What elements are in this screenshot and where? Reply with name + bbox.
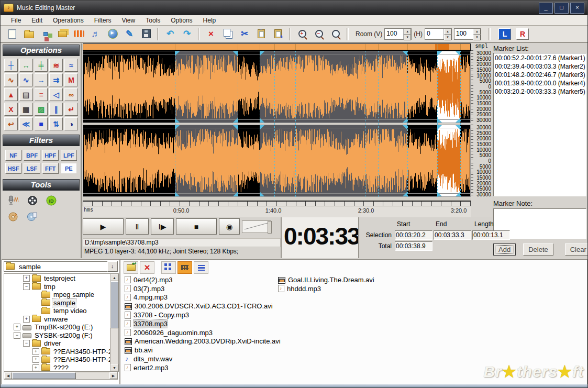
marker-list-item[interactable]: 00:01:48.2-00:02:46.7 (Marker3)	[494, 71, 586, 79]
op-balance-button[interactable]: ◑	[64, 117, 78, 130]
cd-rip-tool-button[interactable]: ♪	[8, 212, 19, 223]
left-channel-button[interactable]: L	[498, 28, 511, 40]
tree-item[interactable]: −tmp	[4, 283, 110, 291]
file-item[interactable]: American.Wedding.2003.DVDRip.XviD-incite…	[125, 337, 278, 346]
timeline-ruler[interactable]: hms 0:50.01:40.02:30.03:20.0	[83, 201, 471, 217]
file-item[interactable]: 20060926_daguomin.mp3	[125, 328, 278, 337]
zoom-select-button[interactable]	[328, 27, 343, 41]
scrollbar-thumb[interactable]	[110, 281, 118, 328]
redo-button[interactable]: ↷	[179, 27, 195, 41]
open-folder-button[interactable]	[124, 261, 138, 274]
marker-list-item[interactable]: 00:03:20.2-00:03:33.3 (Marker5)	[494, 87, 586, 96]
spinner-arrows-icon[interactable]: ▲▼	[403, 29, 411, 39]
combo-dropdown-button[interactable]: ↓	[107, 261, 117, 272]
tree-expander-icon[interactable]: +	[32, 348, 39, 355]
menu-tools[interactable]: Tools	[140, 16, 165, 25]
edit-button[interactable]: ✎	[121, 27, 137, 41]
operations-panel-header[interactable]: Operations	[3, 45, 80, 56]
scroll-right-icon[interactable]: ▶	[109, 372, 117, 379]
paste-insert-button[interactable]	[270, 27, 286, 41]
new-file-button[interactable]	[4, 27, 20, 41]
op-move-forward-button[interactable]: ⇉	[49, 73, 63, 86]
zoom-out-button[interactable]: −	[311, 27, 327, 41]
op-cross-mix-button[interactable]: X	[4, 103, 18, 116]
op-smooth-button[interactable]: ≈	[64, 59, 78, 72]
tree-item[interactable]: +TmpBK-st200g (E:)	[4, 323, 110, 331]
filter-pe-button[interactable]: PE	[61, 163, 77, 174]
op-pattern-button[interactable]: ▨	[35, 103, 48, 116]
folder-combo[interactable]: sample ↓	[4, 261, 118, 272]
file-item[interactable]: 4.mpg.mp3	[125, 293, 278, 302]
menu-options[interactable]: Options	[165, 16, 197, 25]
tree-item[interactable]: +??EAH3450-HTP-2	[4, 348, 110, 356]
op-normalize-button[interactable]: ▲	[4, 88, 18, 101]
cut-button[interactable]: ✂	[237, 27, 252, 41]
file-item[interactable]: Goal.II.Living.The.Dream.avi	[278, 275, 587, 284]
tree-item[interactable]: −SYSBK-st200g (F:)	[4, 331, 110, 340]
tree-item[interactable]: −driver	[4, 339, 110, 348]
room-v-spinner[interactable]: 100 ▲▼	[384, 28, 412, 40]
room-h2-spinner[interactable]: 100 ▲▼	[454, 28, 481, 40]
file-item[interactable]: dlts_mtv.wav	[125, 354, 278, 363]
file-item[interactable]: 03(7).mp3	[125, 284, 278, 293]
op-swap-channels-button[interactable]: ⇅	[49, 117, 63, 130]
menu-help[interactable]: Help	[198, 16, 221, 25]
op-shift-right-button[interactable]: →	[35, 73, 48, 86]
op-phase-button[interactable]: ∥	[49, 103, 63, 116]
undo-button[interactable]: ↶	[162, 27, 178, 41]
file-item[interactable]: 0ert4(2).mp3	[125, 275, 278, 284]
open-file-button[interactable]	[21, 27, 37, 41]
tree-expander-icon[interactable]: +	[23, 316, 30, 323]
tree-item[interactable]: +????	[4, 364, 110, 372]
close-button[interactable]: ×	[570, 3, 584, 14]
stop-button[interactable]: ■	[176, 218, 217, 235]
room-h-spinner[interactable]: 0 ▲▼	[425, 28, 452, 40]
marker-list-item[interactable]: 00:00:52.2-00:01:27.6 (Marker1)	[494, 54, 586, 62]
op-block-select-button[interactable]: ■	[35, 117, 48, 130]
maximize-button[interactable]: □	[554, 3, 569, 14]
delete-marker-button[interactable]: Delete	[523, 243, 553, 256]
spinner-arrows-icon[interactable]: ▲▼	[473, 29, 481, 39]
tree-expander-icon[interactable]: −	[14, 332, 20, 339]
filter-bpf-button[interactable]: BPF	[24, 150, 40, 161]
op-echo-button[interactable]: ≪	[19, 117, 33, 130]
copy-button[interactable]	[220, 27, 236, 41]
filter-hsf-button[interactable]: HSF	[5, 163, 21, 174]
step-play-button[interactable]: Ⅰ▶	[151, 218, 174, 235]
file-item[interactable]: 300.2006.DVDSCR.XviD.AC3.CD1-TCRO.avi	[125, 302, 278, 311]
filters-panel-header[interactable]: Filters	[3, 135, 80, 146]
op-fade-out-button[interactable]: ∿	[19, 73, 33, 86]
op-speaker-test-button[interactable]: ◁	[49, 88, 63, 101]
tree-expander-icon[interactable]: +	[32, 364, 39, 371]
id3-tool-button[interactable]: ID	[46, 196, 57, 207]
marker-list-item[interactable]: 00:02:39.4-00:03:03.3 (Marker2)	[494, 62, 586, 71]
tree-item[interactable]: temp video	[4, 307, 110, 315]
title-bar[interactable]: ♪ Music Editing Master _ □ ×	[1, 1, 587, 15]
save-button[interactable]	[138, 27, 154, 41]
file-item[interactable]: hhddd.mp3	[278, 284, 587, 293]
scroll-down-icon[interactable]: ▼	[110, 364, 118, 371]
spinner-arrows-icon[interactable]: ▲▼	[443, 29, 451, 39]
zoom-in-button[interactable]: +	[294, 27, 310, 41]
play-button[interactable]: ▶	[83, 218, 124, 235]
tree-horizontal-scrollbar[interactable]: ◀ ▶	[4, 372, 118, 380]
op-vibrato-button[interactable]: ≋	[49, 59, 63, 72]
tree-item[interactable]: +??EAH3450-HTP-2	[4, 356, 110, 364]
cd-burn-tool-button[interactable]	[27, 212, 38, 223]
tree-expander-icon[interactable]: −	[23, 283, 30, 290]
filter-fft-button[interactable]: FFT	[42, 163, 59, 174]
play-media-button[interactable]	[105, 27, 120, 41]
file-item[interactable]: ertert2.mp3	[125, 363, 278, 372]
tree-item[interactable]: +testproject	[4, 274, 110, 283]
menu-operations[interactable]: Operations	[48, 16, 89, 25]
tools-panel-header[interactable]: Tools	[3, 179, 80, 191]
scroll-left-icon[interactable]: ◀	[4, 372, 12, 379]
op-fade-in-button[interactable]: ∿	[4, 73, 18, 86]
menu-view[interactable]: View	[116, 16, 140, 25]
tree-vertical-scrollbar[interactable]: ▲ ▼	[110, 274, 118, 371]
file-item[interactable]: 33708.mp3	[125, 319, 278, 328]
filter-nf-button[interactable]: NF	[5, 150, 21, 161]
tree-expander-icon[interactable]: +	[14, 324, 20, 330]
batch-convert-button[interactable]	[38, 27, 53, 41]
tree-item[interactable]: mpeg sample	[4, 291, 110, 299]
